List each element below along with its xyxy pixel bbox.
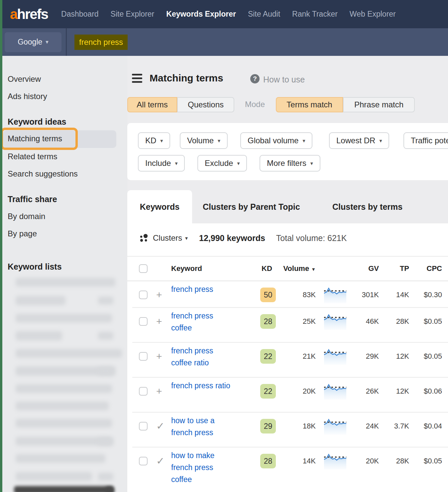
search-engine-dropdown[interactable]: Google ▾ xyxy=(5,32,61,52)
tp-value: 12K xyxy=(380,378,409,413)
sidebar-item-ads-history[interactable]: Ads history xyxy=(8,92,47,101)
row-checkbox[interactable] xyxy=(139,457,148,465)
table-row: + french press coffee ratio 22 21K 29K 1… xyxy=(127,343,448,378)
menu-hamburger-icon[interactable] xyxy=(132,74,142,83)
col-header-gv[interactable]: GV xyxy=(351,264,380,273)
kd-badge: 50 xyxy=(260,288,276,302)
nav-item-dashboard[interactable]: Dashboard xyxy=(61,10,99,19)
chevron-down-icon: ▾ xyxy=(237,160,240,167)
tab-questions[interactable]: Questions xyxy=(177,97,234,112)
cpc-value: $0.04 xyxy=(409,413,443,447)
keyword-link[interactable]: french press ratio xyxy=(167,380,230,392)
volume-value: 18K xyxy=(279,413,317,447)
gv-value: 20K xyxy=(351,447,380,492)
blurred-list-item xyxy=(16,419,112,428)
help-question-icon[interactable]: ? xyxy=(250,74,260,83)
sidebar-item-overview[interactable]: Overview xyxy=(8,74,41,84)
cpc-value: $0.06 xyxy=(409,378,443,413)
sidebar-item-related-terms[interactable]: Related terms xyxy=(8,152,57,161)
chevron-down-icon: ▾ xyxy=(46,39,49,46)
filter-kd-dropdown[interactable]: KD▾ xyxy=(138,132,170,149)
sidebar-item-search-suggestions[interactable]: Search suggestions xyxy=(8,169,78,179)
filter-more-filters-dropdown[interactable]: More filters▾ xyxy=(260,155,320,172)
keyword-link[interactable]: french press coffee xyxy=(167,310,213,334)
trend-sparkline-icon xyxy=(324,453,346,469)
table-row: + french press coffee 28 25K 46K 28K $0.… xyxy=(127,308,448,343)
clusters-dropdown[interactable]: Clusters xyxy=(153,233,182,243)
blurred-list-count xyxy=(98,367,113,375)
col-header-keyword[interactable]: Keyword xyxy=(167,264,255,273)
nav-item-web-explorer[interactable]: Web Explorer xyxy=(350,10,396,19)
nav-item-keywords-explorer[interactable]: Keywords Explorer xyxy=(166,10,236,19)
search-query-selected-text[interactable]: french press xyxy=(74,35,128,50)
row-checkbox[interactable] xyxy=(139,317,148,326)
keywords-count: 12,990 keywords xyxy=(199,233,265,243)
nav-item-rank-tracker[interactable]: Rank Tracker xyxy=(292,10,338,19)
tab-keywords[interactable]: Keywords xyxy=(127,190,192,223)
gv-value: 26K xyxy=(351,378,380,413)
trend-sparkline-icon xyxy=(324,348,346,365)
tab-terms-match[interactable]: Terms match xyxy=(276,97,343,112)
filter-volume-dropdown[interactable]: Volume▾ xyxy=(180,132,228,149)
volume-value: 14K xyxy=(279,447,317,492)
keyword-link[interactable]: french press coffee ratio xyxy=(167,345,213,369)
tab-clusters-by-parent-topic[interactable]: Clusters by Parent Topic xyxy=(203,202,300,212)
col-header-tp[interactable]: TP xyxy=(380,264,409,273)
blurred-list-item xyxy=(16,331,62,340)
nav-item-site-audit[interactable]: Site Audit xyxy=(248,10,280,19)
logo-rest: hrefs xyxy=(17,6,48,22)
col-header-kd[interactable]: KD xyxy=(255,264,279,273)
tab-clusters-by-terms[interactable]: Clusters by terms xyxy=(332,202,402,212)
sidebar-item-matching-terms[interactable]: Matching terms xyxy=(3,130,116,148)
row-checkbox[interactable] xyxy=(139,387,148,396)
tp-value: 3.7K xyxy=(380,413,409,447)
blurred-list-item xyxy=(16,402,109,410)
table-header: Keyword KD Volume▼ GV TP CPC xyxy=(127,256,448,281)
col-header-cpc[interactable]: CPC xyxy=(409,264,443,273)
tp-value: 28K xyxy=(380,447,409,492)
col-header-volume[interactable]: Volume▼ xyxy=(279,264,317,273)
chevron-down-icon[interactable]: ▾ xyxy=(185,235,188,241)
gv-value: 301K xyxy=(351,281,380,308)
filter-global-volume-dropdown[interactable]: Global volume▾ xyxy=(240,132,312,149)
filter-lowest-dr-dropdown[interactable]: Lowest DR▾ xyxy=(329,132,389,149)
ahrefs-logo[interactable]: ahrefs xyxy=(10,6,48,22)
search-input[interactable]: french press xyxy=(74,35,128,50)
row-checkbox[interactable] xyxy=(139,352,148,361)
added-check-icon[interactable]: ✓ xyxy=(156,421,165,431)
blurred-list-count xyxy=(98,437,113,445)
blurred-list-count xyxy=(98,332,113,340)
table-row: ✓ how to use a french press 29 18K 24K 3… xyxy=(127,413,448,447)
sidebar-item-by-domain[interactable]: By domain xyxy=(8,212,45,221)
nav-item-site-explorer[interactable]: Site Explorer xyxy=(111,10,155,19)
volume-value: 20K xyxy=(279,378,317,413)
blurred-list-item xyxy=(16,314,112,322)
keyword-link[interactable]: french press xyxy=(167,283,213,295)
add-plus-icon[interactable]: + xyxy=(156,289,162,300)
keyword-link[interactable]: how to make french press coffee xyxy=(167,449,214,485)
added-check-icon[interactable]: ✓ xyxy=(156,455,165,466)
add-plus-icon[interactable]: + xyxy=(156,316,162,327)
filter-exclude-dropdown[interactable]: Exclude▾ xyxy=(197,155,247,172)
clusters-icon xyxy=(140,234,149,243)
blurred-list-item xyxy=(16,384,112,393)
tab-all-terms[interactable]: All terms xyxy=(127,97,177,112)
row-checkbox[interactable] xyxy=(139,422,148,430)
row-checkbox[interactable] xyxy=(139,291,148,299)
window-edge-strip xyxy=(0,0,2,492)
how-to-use-link[interactable]: How to use xyxy=(263,75,305,84)
select-all-checkbox[interactable] xyxy=(139,264,148,273)
search-bar: Google ▾ french press xyxy=(0,28,448,56)
filter-include-dropdown[interactable]: Include▾ xyxy=(138,155,185,172)
cpc-value: $0.05 xyxy=(409,343,443,378)
table-body: + french press 50 83K 301K 14K $0.30 + f… xyxy=(127,281,448,492)
tp-value: 14K xyxy=(380,281,409,308)
sidebar-item-by-page[interactable]: By page xyxy=(8,229,37,238)
trend-sparkline-icon xyxy=(324,287,346,303)
table-row: ✓ how to make french press coffee 28 14K… xyxy=(127,447,448,492)
add-plus-icon[interactable]: + xyxy=(156,386,162,397)
filter-traffic-potential-dropdown[interactable]: Traffic potential▾ xyxy=(403,132,448,149)
add-plus-icon[interactable]: + xyxy=(156,351,162,362)
keyword-link[interactable]: how to use a french press xyxy=(167,415,214,438)
tab-phrase-match[interactable]: Phrase match xyxy=(343,97,415,112)
